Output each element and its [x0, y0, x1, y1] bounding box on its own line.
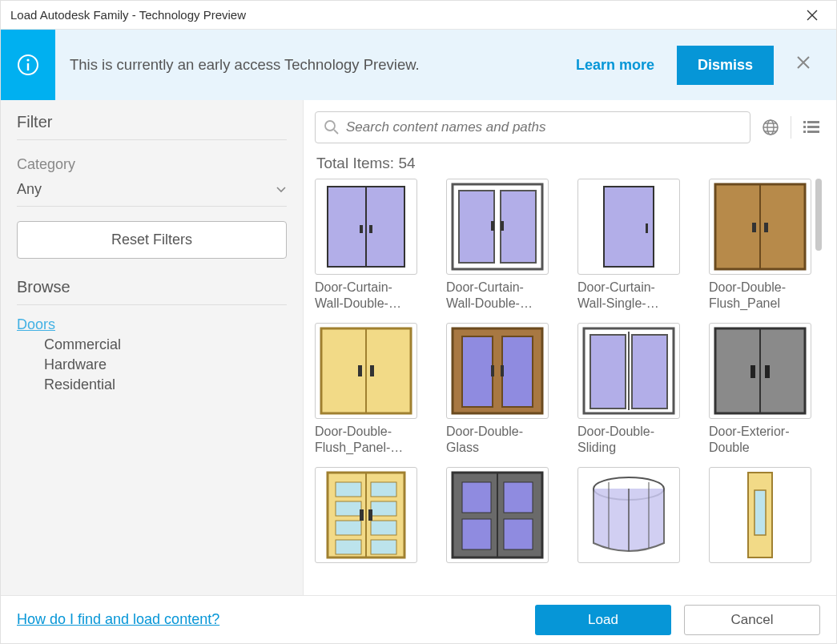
- chevron-down-icon: [276, 186, 287, 194]
- svg-rect-18: [501, 191, 536, 263]
- svg-rect-6: [803, 121, 806, 123]
- svg-rect-17: [459, 191, 494, 263]
- content-tile[interactable]: [709, 467, 822, 563]
- svg-rect-25: [752, 223, 756, 232]
- close-icon: [807, 10, 818, 21]
- category-label: Category: [17, 156, 287, 173]
- total-items: Total Items: 54: [316, 155, 822, 172]
- sidebar: Filter Category Any Reset Filters Browse…: [1, 100, 304, 595]
- svg-rect-35: [501, 365, 504, 376]
- tile-thumbnail: [315, 179, 417, 275]
- svg-rect-32: [462, 336, 493, 407]
- svg-rect-15: [369, 225, 372, 233]
- reset-filters-button[interactable]: Reset Filters: [17, 221, 287, 259]
- browse-item-commercial[interactable]: Commercial: [44, 336, 287, 353]
- svg-rect-46: [336, 482, 361, 497]
- svg-rect-8: [803, 126, 806, 128]
- grid-wrapper: Door-Curtain-Wall-Double-… Door-Curtain-…: [315, 179, 822, 595]
- tile-thumbnail: [709, 179, 811, 275]
- svg-rect-34: [491, 365, 494, 376]
- tile-label: Door-Double-Glass: [446, 424, 549, 456]
- svg-point-1: [26, 58, 29, 61]
- globe-icon: [761, 118, 780, 137]
- svg-rect-50: [336, 521, 361, 535]
- category-value: Any: [17, 181, 42, 198]
- close-icon: [796, 55, 811, 70]
- content-tile[interactable]: Door-Curtain-Wall-Single-…: [577, 179, 696, 312]
- browse-title: Browse: [17, 278, 287, 305]
- view-options-button[interactable]: [801, 118, 822, 137]
- browse-list: Doors Commercial Hardware Residential: [17, 316, 287, 393]
- content-tile[interactable]: Door-Curtain-Wall-Double-…: [446, 179, 565, 312]
- svg-rect-10: [803, 131, 806, 133]
- svg-rect-7: [807, 121, 819, 123]
- svg-rect-60: [462, 519, 491, 549]
- learn-more-link[interactable]: Learn more: [576, 57, 654, 74]
- scrollbar[interactable]: [815, 179, 822, 595]
- cancel-button[interactable]: Cancel: [684, 605, 820, 635]
- svg-rect-30: [370, 365, 374, 376]
- svg-rect-29: [358, 365, 362, 376]
- tile-thumbnail: [577, 467, 680, 563]
- svg-rect-33: [502, 336, 533, 407]
- browse-root-doors[interactable]: Doors: [17, 316, 287, 333]
- svg-rect-54: [360, 509, 364, 521]
- info-icon: [16, 53, 40, 77]
- content-tile[interactable]: Door-Double-Flush_Panel-…: [315, 323, 433, 456]
- content-tile[interactable]: Door-Double-Flush_Panel: [709, 179, 822, 312]
- tile-thumbnail: [315, 323, 417, 419]
- content-tile[interactable]: Door-Exterior-Double: [709, 323, 822, 456]
- tile-label: Door-Double-Flush_Panel: [709, 280, 811, 312]
- tile-thumbnail: [577, 323, 680, 419]
- tile-label: Door-Double-Sliding: [577, 424, 680, 456]
- svg-rect-20: [501, 221, 504, 231]
- content-tile[interactable]: [315, 467, 433, 563]
- content-tile[interactable]: Door-Curtain-Wall-Double-…: [315, 179, 433, 312]
- svg-rect-59: [504, 482, 533, 513]
- svg-rect-43: [765, 365, 770, 378]
- search-row: [315, 111, 822, 143]
- content-tile[interactable]: [577, 467, 696, 563]
- banner-text: This is currently an early access Techno…: [55, 30, 576, 100]
- svg-rect-52: [336, 540, 361, 554]
- svg-rect-64: [755, 490, 766, 535]
- content-tile[interactable]: Door-Double-Glass: [446, 323, 565, 456]
- tile-label: Door-Double-Flush_Panel-…: [315, 424, 417, 456]
- banner-actions: Learn more Dismiss: [576, 30, 836, 100]
- locale-button[interactable]: [760, 118, 781, 137]
- svg-rect-48: [336, 501, 361, 516]
- tile-thumbnail: [709, 467, 811, 563]
- svg-rect-47: [371, 482, 396, 497]
- filter-title: Filter: [17, 113, 287, 140]
- svg-rect-2: [27, 63, 29, 70]
- svg-rect-22: [646, 223, 648, 233]
- tile-label: Door-Exterior-Double: [709, 424, 811, 456]
- svg-rect-26: [764, 223, 768, 232]
- tile-label: Door-Curtain-Wall-Single-…: [577, 280, 680, 312]
- search-box[interactable]: [315, 111, 750, 143]
- tile-label: Door-Curtain-Wall-Double-…: [315, 280, 417, 312]
- tile-thumbnail: [577, 179, 680, 275]
- svg-rect-11: [807, 131, 819, 133]
- svg-rect-19: [491, 221, 494, 231]
- load-button[interactable]: Load: [535, 605, 671, 635]
- browse-item-hardware[interactable]: Hardware: [44, 356, 287, 373]
- tile-thumbnail: [446, 323, 549, 419]
- browse-item-residential[interactable]: Residential: [44, 376, 287, 393]
- dismiss-button[interactable]: Dismiss: [677, 46, 774, 85]
- category-select[interactable]: Any: [17, 178, 287, 207]
- scrollbar-thumb[interactable]: [815, 179, 822, 251]
- svg-rect-9: [807, 126, 819, 128]
- main-content: Total Items: 54 Door-Curtain-Wall-Double…: [304, 100, 836, 595]
- search-input[interactable]: [346, 119, 742, 135]
- tile-label: Door-Curtain-Wall-Double-…: [446, 280, 549, 312]
- tile-thumbnail: [709, 323, 811, 419]
- help-link[interactable]: How do I find and load content?: [17, 611, 219, 628]
- content-grid: Door-Curtain-Wall-Double-… Door-Curtain-…: [315, 179, 822, 566]
- content-tile[interactable]: [446, 467, 565, 563]
- svg-rect-42: [750, 365, 755, 378]
- svg-rect-37: [590, 335, 626, 409]
- window-close-button[interactable]: [798, 10, 827, 21]
- banner-close-button[interactable]: [796, 55, 815, 74]
- content-tile[interactable]: Door-Double-Sliding: [577, 323, 696, 456]
